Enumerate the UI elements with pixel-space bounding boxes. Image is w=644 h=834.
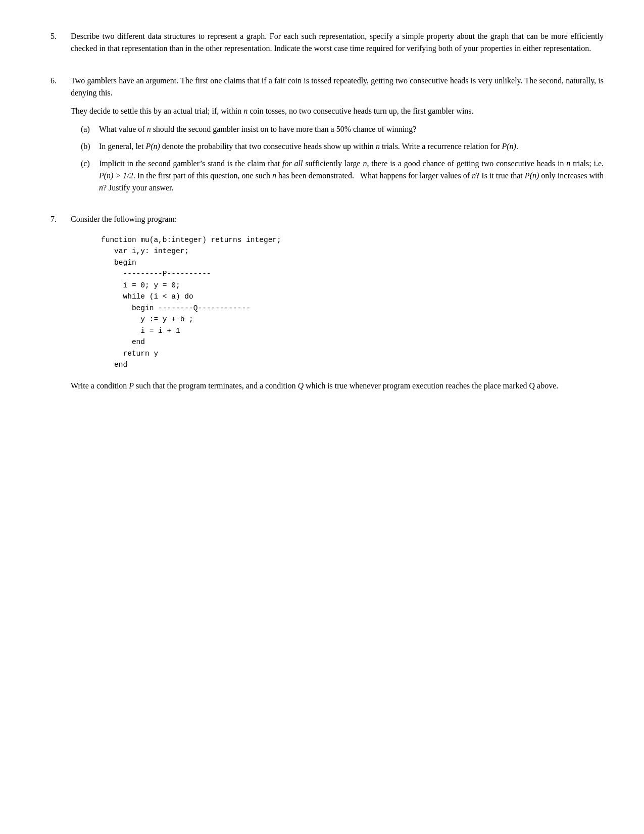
q7-intro: Consider the following program: — [71, 213, 604, 225]
q6-sub-a-label: (a) — [81, 123, 99, 135]
question-5: 5. Describe two different data structure… — [51, 30, 604, 61]
q6-sub-a: (a) What value of n should the second ga… — [81, 123, 604, 135]
q6-number: 6. — [51, 75, 71, 199]
math-pn-gt: P(n) > 1/2 — [99, 171, 133, 180]
q6-sub-c-label: (c) — [81, 158, 99, 194]
q6-intro2: They decide to settle this by an actual … — [71, 105, 604, 117]
q7-code: function mu(a,b:integer) returns integer… — [101, 234, 604, 371]
q6-content: Two gamblers have an argument. The first… — [71, 75, 604, 199]
q6-sub-b: (b) In general, let P(n) denote the prob… — [81, 140, 604, 153]
math-n-8: n — [99, 183, 103, 192]
q6-sub-c: (c) Implicit in the second gambler’s sta… — [81, 158, 604, 194]
math-n-6: n — [272, 171, 276, 180]
math-n-7: n — [472, 171, 476, 180]
math-pn-1: P(n) — [145, 142, 160, 151]
q7-number: 7. — [51, 213, 71, 392]
math-n-5: n — [566, 159, 570, 168]
math-n-1: n — [243, 107, 247, 115]
q7-footer: Write a condition P such that the progra… — [71, 380, 604, 392]
q6-sub-a-text: What value of n should the second gamble… — [99, 123, 604, 135]
math-p: P — [129, 381, 134, 390]
q6-sub-b-text: In general, let P(n) denote the probabil… — [99, 140, 604, 153]
q5-number: 5. — [51, 30, 71, 61]
math-n-2: n — [147, 125, 151, 133]
q5-content: Describe two different data structures t… — [71, 30, 604, 61]
math-n-3: n — [376, 142, 380, 151]
q6-sub-b-label: (b) — [81, 140, 99, 153]
q5-text: Describe two different data structures t… — [71, 30, 604, 55]
q7-content: Consider the following program: function… — [71, 213, 604, 392]
italic-for-all: for all — [282, 159, 303, 168]
math-n-4: n — [363, 159, 367, 168]
question-7: 7. Consider the following program: funct… — [51, 213, 604, 392]
q6-subquestions: (a) What value of n should the second ga… — [81, 123, 604, 194]
q6-sub-c-text: Implicit in the second gambler’s stand i… — [99, 158, 604, 194]
q6-intro1: Two gamblers have an argument. The first… — [71, 75, 604, 99]
math-q: Q — [298, 381, 304, 390]
math-pn-2: P(n) — [502, 142, 516, 151]
question-6: 6. Two gamblers have an argument. The fi… — [51, 75, 604, 199]
math-pn-3: P(n) — [525, 171, 539, 180]
